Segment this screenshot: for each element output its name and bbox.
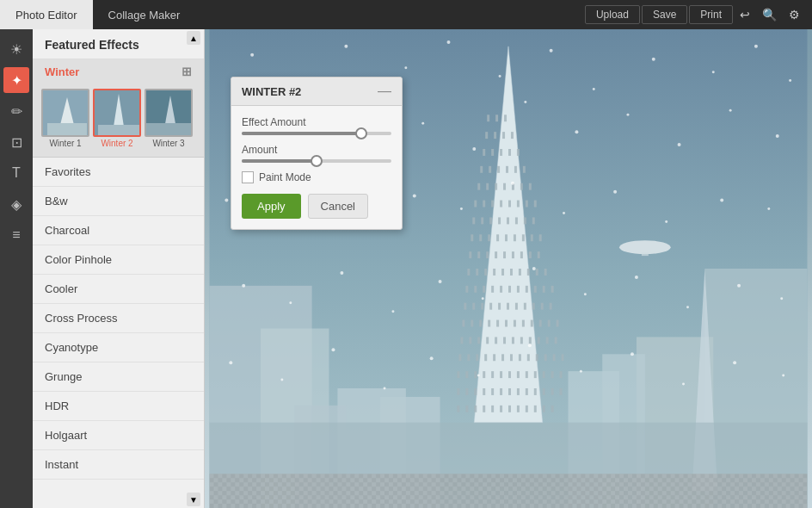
tool-text[interactable]: T [3,160,29,186]
tool-adjust[interactable]: ☀ [3,36,29,62]
search-button[interactable]: 🔍 [757,4,782,25]
svg-rect-129 [546,337,549,344]
settings-button[interactable]: ⚙ [784,4,805,25]
sidebar-item-cooler[interactable]: Cooler [33,275,204,304]
svg-point-212 [678,143,681,146]
svg-rect-73 [529,251,532,258]
winter2-svg [95,90,141,137]
svg-rect-76 [476,269,478,276]
svg-rect-145 [465,371,468,378]
sidebar-item-holgaart[interactable]: Holgaart [33,421,204,450]
amount-track[interactable] [242,159,391,163]
svg-rect-77 [484,269,487,276]
svg-rect-30 [497,166,500,173]
svg-rect-26 [508,149,511,156]
svg-rect-117 [548,320,551,327]
undo-button[interactable]: ↩ [735,4,755,25]
svg-point-240 [280,379,283,381]
svg-rect-89 [500,286,502,293]
svg-rect-74 [538,251,540,258]
tool-crop[interactable]: ⊡ [3,129,29,155]
svg-rect-157 [457,388,459,395]
svg-rect-91 [517,286,520,293]
paint-mode-checkbox[interactable] [242,171,254,183]
svg-rect-71 [512,251,514,258]
svg-rect-90 [508,286,511,293]
scroll-up-button[interactable]: ▲ [187,31,200,45]
svg-rect-123 [495,337,497,344]
svg-rect-154 [543,371,545,378]
top-bar: Photo Editor Collage Maker Upload Save P… [0,0,812,29]
tool-effects[interactable]: ✦ [3,67,29,93]
svg-rect-19 [485,132,488,139]
svg-rect-46 [517,201,520,208]
svg-rect-34 [477,183,480,190]
sidebar-item-grunge[interactable]: Grunge [33,362,204,392]
sidebar-item-charcoal[interactable]: Charcoal [33,216,204,245]
tool-3d[interactable]: ◈ [3,191,29,217]
tab-collage-maker[interactable]: Collage Maker [93,0,196,29]
svg-rect-160 [483,388,485,395]
popup-close-button[interactable]: — [378,84,391,98]
sidebar-item-favorites[interactable]: Favorites [33,158,204,187]
tool-draw[interactable]: ✏ [3,98,29,124]
upload-button[interactable]: Upload [585,5,640,24]
svg-rect-96 [464,303,466,310]
cancel-button[interactable]: Cancel [308,194,368,219]
tab-photo-editor[interactable]: Photo Editor [0,0,93,29]
popup-header: WINTER #2 — [231,77,402,106]
main-content: ☀ ✦ ✏ ⊡ T ◈ ≡ ▲ Featured Effects Winter … [0,29,812,508]
scroll-down-button[interactable]: ▼ [187,493,200,506]
svg-rect-138 [519,354,521,361]
svg-rect-78 [493,269,495,276]
amount-label: Amount [242,144,391,156]
svg-rect-108 [471,320,473,327]
svg-rect-114 [522,320,525,327]
svg-rect-45 [508,201,511,208]
svg-point-200 [712,71,715,73]
svg-point-249 [733,361,736,364]
filter-thumb-winter3[interactable]: Winter 3 [145,89,193,148]
effect-amount-thumb[interactable] [355,127,367,139]
sidebar-item-color-pinhole[interactable]: Color Pinhole [33,245,204,275]
print-button[interactable]: Print [689,5,733,24]
svg-point-243 [430,356,434,360]
filter-section-winter: Winter ⊞ Winter 1 [33,59,204,158]
tool-layers[interactable]: ≡ [3,222,29,248]
svg-point-242 [384,387,386,390]
sidebar-item-hdr[interactable]: HDR [33,392,204,421]
svg-rect-49 [472,217,475,224]
winter2-label: Winter 2 [101,139,132,148]
svg-rect-176 [508,406,511,412]
svg-point-233 [532,267,536,270]
svg-point-189 [619,240,671,254]
effect-amount-track[interactable] [242,132,391,135]
thumb-image-winter2 [93,89,141,137]
save-button[interactable]: Save [642,5,687,24]
svg-rect-53 [507,217,509,224]
svg-rect-5 [98,125,139,137]
sidebar-item-instant[interactable]: Instant [33,450,204,480]
svg-rect-105 [541,303,544,310]
svg-rect-35 [486,183,489,190]
paint-mode-label: Paint Mode [259,171,311,183]
sidebar-item-cyanotype[interactable]: Cyanotype [33,333,204,362]
svg-rect-86 [474,286,477,293]
effect-amount-row: Effect Amount [242,116,391,135]
svg-point-191 [250,53,254,57]
svg-point-207 [421,122,424,125]
sidebar-item-cross-process[interactable]: Cross Process [33,304,204,333]
apply-button[interactable]: Apply [242,194,301,219]
filter-thumb-winter2[interactable]: Winter 2 [93,89,141,148]
svg-rect-162 [500,388,502,395]
svg-rect-63 [522,234,525,241]
svg-rect-101 [507,303,509,310]
svg-rect-17 [495,115,498,121]
paint-mode-row: Paint Mode [242,171,391,183]
svg-point-250 [782,375,784,377]
filter-thumb-winter1[interactable]: Winter 1 [41,89,89,148]
amount-thumb[interactable] [311,155,323,167]
sidebar-item-bw[interactable]: B&w [33,187,204,216]
svg-rect-23 [483,149,485,156]
svg-rect-168 [551,388,554,395]
